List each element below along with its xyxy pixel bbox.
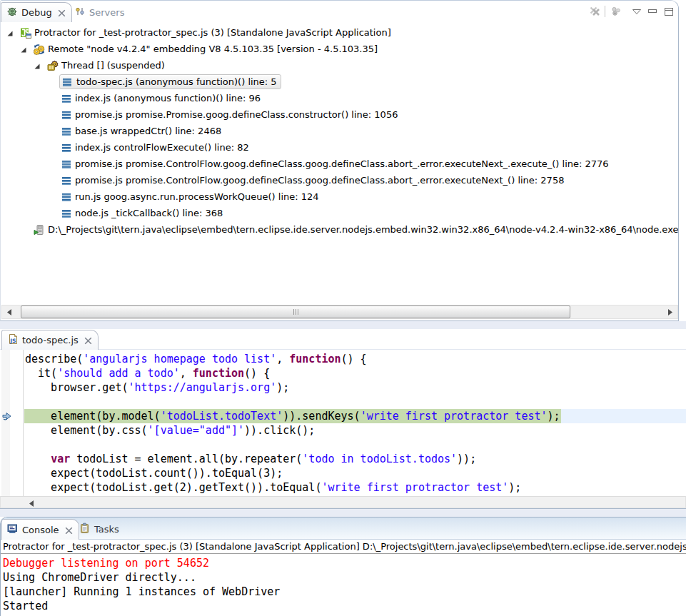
tree-row-label: todo-spec.js (anonymous function)() line… xyxy=(76,76,277,87)
code-line[interactable]: browser.get('https://angularjs.org'); xyxy=(24,380,686,395)
code-plain: element(by.css( xyxy=(25,424,148,437)
code-string: 'should add a todo' xyxy=(57,367,180,380)
tab-console[interactable]: Console xyxy=(1,519,79,540)
debug-tree-hscrollbar[interactable] xyxy=(1,305,678,319)
console-output[interactable]: Debugger listening on port 54652Using Ch… xyxy=(1,555,686,616)
tree-row[interactable]: run.js goog.async.run.processWorkQueue()… xyxy=(1,188,678,205)
console-line: Started xyxy=(3,599,48,613)
tree-row[interactable]: index.js (anonymous function)() line: 96 xyxy=(1,90,678,106)
tree-row-label: base.js wrappedCtr() line: 2468 xyxy=(75,126,221,136)
tree-row[interactable]: base.js wrappedCtr() line: 2468 xyxy=(1,123,678,139)
tree-expanded-arrow-icon[interactable] xyxy=(34,61,41,69)
code-editor[interactable]: describe('angularjs homepage todo list',… xyxy=(0,350,686,497)
tree-row[interactable]: promise.js promise.ControlFlow.goog.defi… xyxy=(1,156,678,172)
tab-debug-label: Debug xyxy=(21,7,52,18)
tree-row[interactable]: node.js _tickCallback() line: 368 xyxy=(1,205,678,221)
sash-editor-console[interactable] xyxy=(0,509,686,517)
code-line[interactable]: describe('angularjs homepage todo list',… xyxy=(24,352,686,366)
code-plain xyxy=(25,453,51,465)
view-menu-icon[interactable] xyxy=(630,5,644,18)
code-plain: it( xyxy=(25,367,57,380)
tree-expanded-arrow-icon[interactable] xyxy=(20,45,27,52)
tab-todo-spec-js-label: todo-spec.js xyxy=(22,335,79,345)
code-plain: () { xyxy=(244,367,270,380)
editor-fold-ruler xyxy=(23,350,24,497)
code-string: 'todoList.todoText' xyxy=(161,410,283,423)
code-string: 'write first protractor test' xyxy=(360,410,548,423)
tab-todo-spec-js[interactable]: JS todo-spec.js xyxy=(1,330,99,350)
maximize-icon[interactable] xyxy=(662,5,676,18)
tree-row-label: index.js controlFlowExecute() line: 82 xyxy=(75,142,249,153)
scrollbar-thumb[interactable] xyxy=(21,306,570,318)
code-keyword: function xyxy=(289,353,341,365)
tree-row-label: run.js goog.async.run.processWorkQueue()… xyxy=(75,191,319,202)
console-process-title: Protractor for _test-protractor_spec.js … xyxy=(1,540,686,554)
console-icon xyxy=(7,523,19,537)
tree-row[interactable]: Thread [] (suspended) xyxy=(1,57,678,74)
scroll-left-icon[interactable] xyxy=(2,306,16,318)
console-line: Debugger listening on port 54652 xyxy=(3,556,209,570)
editor-area: JS todo-spec.js describe('angularjs home… xyxy=(0,329,686,509)
tree-row[interactable]: promise.js promise.Promise.goog.defineCl… xyxy=(1,106,678,123)
tree-row[interactable]: index.js controlFlowExecute() line: 82 xyxy=(1,139,678,156)
tab-console-close-icon[interactable] xyxy=(65,526,73,534)
code-plain: ); xyxy=(548,410,560,423)
editor-annotation-ruler[interactable] xyxy=(1,350,10,497)
code-line[interactable]: element(by.model('todoList.todoText')).s… xyxy=(24,409,686,423)
tree-row[interactable]: todo-spec.js (anonymous function)() line… xyxy=(1,74,678,90)
console-view-tabbar: Console Tasks xyxy=(1,517,686,540)
code-string: 'write first protractor test' xyxy=(321,481,508,494)
code-plain: )); xyxy=(457,453,476,465)
tree-expanded-arrow-icon[interactable] xyxy=(6,29,14,36)
code-line[interactable]: it('should add a todo', function() { xyxy=(24,366,686,380)
stack-frame-icon xyxy=(61,175,72,186)
code-keyword: function xyxy=(193,367,244,380)
code-string: 'todo in todoList.todos' xyxy=(302,453,457,465)
code-line[interactable] xyxy=(24,395,686,409)
console-line: Using ChromeDriver directly... xyxy=(3,570,196,585)
editor-hscrollbar[interactable] xyxy=(0,496,686,508)
tab-debug-close-icon[interactable] xyxy=(58,9,66,16)
tab-todo-spec-js-close-icon[interactable] xyxy=(84,336,92,344)
code-plain: , xyxy=(276,353,289,365)
tree-row-label: Thread [] (suspended) xyxy=(61,60,165,71)
code-plain: ); xyxy=(276,381,289,394)
sash-debug-editor[interactable] xyxy=(0,321,686,329)
debug-bug-icon xyxy=(6,6,18,19)
tab-servers[interactable]: Servers xyxy=(69,3,130,21)
debug-launch-tree[interactable]: Protractor for _test-protractor_spec.js … xyxy=(1,23,678,305)
tree-row-label: promise.js promise.Promise.goog.defineCl… xyxy=(75,109,398,120)
code-string: '[value="add"]' xyxy=(148,424,244,437)
console-view: Console Tasks Protractor for _test-protr… xyxy=(0,517,686,616)
tree-row-label: index.js (anonymous function)() line: 96 xyxy=(75,93,261,103)
stack-frame-icon xyxy=(61,93,72,104)
debug-view-tabbar: Debug Servers xyxy=(1,1,678,22)
tree-row-label: Protractor for _test-protractor_spec.js … xyxy=(34,27,391,38)
remove-all-terminated-icon[interactable] xyxy=(587,5,602,18)
tree-row[interactable]: Protractor for _test-protractor_spec.js … xyxy=(1,24,678,41)
tree-row[interactable]: D:\_Projects\git\tern.java\eclipse\embed… xyxy=(1,221,678,238)
minimize-icon[interactable] xyxy=(645,5,660,18)
code-line[interactable]: var todoList = element.all(by.repeater('… xyxy=(24,452,686,466)
instruction-pointer-icon xyxy=(2,412,11,420)
code-keyword: var xyxy=(51,453,70,465)
code-plain: , xyxy=(180,367,193,380)
tree-row[interactable]: Remote "node v4.2.4" embedding V8 4.5.10… xyxy=(1,41,678,57)
code-line[interactable]: expect(todoList.get(2).getText()).toEqua… xyxy=(24,480,686,495)
svg-text:JS: JS xyxy=(9,338,16,344)
code-plain: browser.get( xyxy=(25,381,128,394)
stack-frame-icon xyxy=(61,208,72,219)
scroll-right-icon[interactable] xyxy=(663,306,677,318)
tab-debug[interactable]: Debug xyxy=(1,2,72,22)
code-plain: element(by.model( xyxy=(25,410,161,423)
code-line[interactable]: expect(todoList.count()).toEqual(3); xyxy=(24,466,686,480)
code-line[interactable] xyxy=(24,438,686,452)
tab-tasks[interactable]: Tasks xyxy=(74,520,125,539)
stack-frame-icon xyxy=(61,158,72,170)
scroll-left-icon[interactable] xyxy=(24,497,39,509)
code-text-area[interactable]: describe('angularjs homepage todo list',… xyxy=(24,350,686,497)
editor-tabbar: JS todo-spec.js xyxy=(0,329,686,350)
code-line[interactable]: element(by.css('[value="add"]')).click()… xyxy=(24,423,686,438)
thread-grouping-icon[interactable] xyxy=(608,5,622,18)
tree-row[interactable]: promise.js promise.ControlFlow.goog.defi… xyxy=(1,172,678,188)
